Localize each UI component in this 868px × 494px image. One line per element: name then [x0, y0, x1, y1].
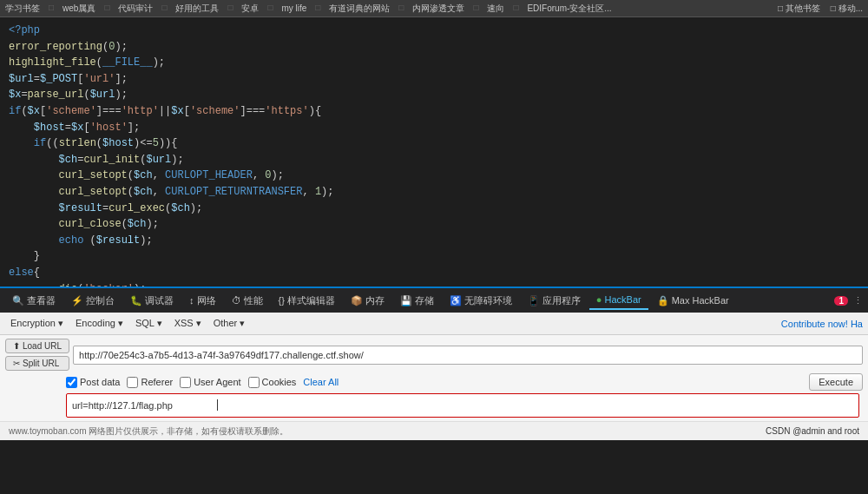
text-cursor [217, 399, 218, 412]
performance-icon: ⏱ [232, 295, 241, 306]
watermark-text: www.toymoban.com 网络图片仅供展示，非存储，如有侵权请联系删除。 [9, 425, 288, 438]
cookies-checkbox-label[interactable]: Cookies [248, 377, 297, 388]
tab-console[interactable]: ⚡ 控制台 [64, 291, 122, 311]
hackbar-toolbar: Encryption ▾ Encoding ▾ SQL ▾ XSS ▾ Othe… [0, 313, 868, 335]
tab-hackbar[interactable]: ● HackBar [589, 291, 648, 310]
post-data-checkbox-label[interactable]: Post data [66, 377, 120, 388]
post-data-checkbox[interactable] [66, 377, 77, 388]
tab-inspector[interactable]: 🔍 查看器 [5, 291, 62, 311]
split-icon: ✂ [13, 359, 20, 368]
hackbar-post-area [66, 393, 863, 418]
error-badge: 1 [834, 296, 848, 306]
debugger-icon: 🐛 [130, 295, 142, 306]
tab-application[interactable]: 📱 应用程序 [521, 291, 588, 311]
hackbar-menu-sql[interactable]: SQL ▾ [130, 315, 168, 332]
hackbar-icon: ● [596, 294, 602, 305]
bookmark-ediforum[interactable]: EDIForum-安全社区... [525, 3, 613, 15]
tab-debugger[interactable]: 🐛 调试器 [123, 291, 181, 311]
memory-icon: 📦 [351, 295, 363, 306]
bookmark-tools[interactable]: 好用的工具 [174, 3, 220, 15]
hackbar-side-buttons: ⬆ Load URL ✂ Split URL [5, 339, 69, 371]
devtools-more: ⋮ [853, 295, 863, 306]
tab-accessibility[interactable]: ♿ 无障碍环境 [443, 291, 519, 311]
accessibility-icon: ♿ [450, 295, 462, 306]
max-hackbar-icon: 🔒 [657, 295, 669, 306]
bookmark-intranet[interactable]: 内网渗透文章 [411, 3, 466, 15]
style-icon: {} [279, 295, 285, 306]
hackbar-contribute: Contribute now! Ha [781, 319, 863, 329]
tab-storage[interactable]: 💾 存储 [393, 291, 441, 311]
tab-network[interactable]: ↕ 网络 [182, 291, 223, 311]
split-url-button[interactable]: ✂ Split URL [5, 356, 69, 371]
post-data-input[interactable] [66, 393, 859, 418]
hackbar-menu-xss[interactable]: XSS ▾ [169, 315, 207, 332]
referer-checkbox[interactable] [127, 377, 138, 388]
application-icon: 📱 [528, 295, 540, 306]
credit-text: CSDN @admin and root [766, 426, 859, 436]
hackbar-body: ⬆ Load URL ✂ Split URL Post data Referer… [0, 335, 868, 421]
inspector-icon: 🔍 [12, 295, 24, 306]
bookmark-other[interactable]: □ 其他书签 [776, 3, 822, 15]
load-icon: ⬆ [13, 341, 20, 351]
bookmark-youdao[interactable]: 有道词典的网站 [327, 3, 391, 15]
bookmark-learning[interactable]: 学习书签 [3, 3, 42, 15]
cookies-checkbox[interactable] [248, 377, 260, 388]
footer-bar: www.toymoban.com 网络图片仅供展示，非存储，如有侵权请联系删除。… [0, 421, 868, 440]
bookmark-web[interactable]: web属真 [61, 3, 97, 15]
user-agent-checkbox-label[interactable]: User Agent [180, 377, 240, 388]
user-agent-checkbox[interactable] [180, 377, 191, 388]
bookmark-forward[interactable]: 速向 [485, 3, 506, 15]
tab-max-hackbar[interactable]: 🔒 Max HackBar [650, 292, 736, 310]
tab-style-editor[interactable]: {} 样式编辑器 [272, 291, 342, 311]
console-icon: ⚡ [71, 295, 83, 306]
storage-icon: 💾 [400, 295, 412, 306]
bookmark-mobile[interactable]: □ 移动... [829, 3, 865, 15]
hackbar-menu-encoding[interactable]: Encoding ▾ [70, 315, 128, 332]
hackbar-menu-other[interactable]: Other ▾ [208, 315, 251, 332]
referer-checkbox-label[interactable]: Referer [127, 377, 173, 388]
url-input[interactable] [73, 346, 863, 365]
code-display: <?php error_reporting(0); highlight_file… [0, 17, 868, 287]
bookmark-code-review[interactable]: 代码审计 [116, 3, 155, 15]
clear-all-button[interactable]: Clear All [303, 377, 339, 387]
bookmark-bar: 学习书签 □ web属真 □ 代码审计 □ 好用的工具 □ 安卓 □ my li… [0, 0, 868, 17]
network-icon: ↕ [189, 295, 194, 306]
hackbar-options-row: Post data Referer User Agent Cookies Cle… [5, 373, 863, 391]
execute-button[interactable]: Execute [809, 373, 863, 391]
bookmark-mylife[interactable]: my life [279, 3, 308, 13]
bookmark-android[interactable]: 安卓 [240, 3, 260, 15]
hackbar-menu-encryption[interactable]: Encryption ▾ [5, 315, 69, 332]
devtools-bar: 🔍 查看器 ⚡ 控制台 🐛 调试器 ↕ 网络 ⏱ 性能 {} 样式编辑器 📦 内… [0, 287, 868, 313]
tab-memory[interactable]: 📦 内存 [344, 291, 391, 311]
tab-performance[interactable]: ⏱ 性能 [225, 291, 270, 311]
load-url-button[interactable]: ⬆ Load URL [5, 339, 69, 353]
hackbar-url-row: ⬆ Load URL ✂ Split URL [5, 339, 863, 371]
